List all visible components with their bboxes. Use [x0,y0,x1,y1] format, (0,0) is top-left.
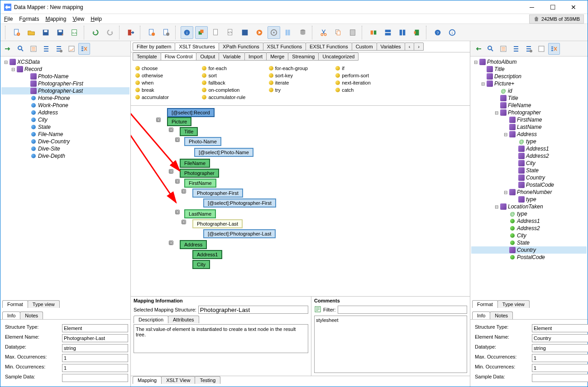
tb-save2-icon[interactable] [239,26,251,39]
tree-item[interactable]: @type [471,210,587,217]
tree-item[interactable]: Address2 [471,152,587,160]
tree-item[interactable]: ⊟PhoneNumber [471,189,587,196]
ri-elemname-value[interactable] [532,334,588,342]
tree-item[interactable]: LastName [471,123,587,131]
palette-item[interactable]: on-completion [202,86,265,94]
tb-exit-icon[interactable] [124,26,137,39]
palette-item[interactable]: sort-key [269,72,332,79]
node-city[interactable]: City [192,260,210,269]
palette-item[interactable]: perform-sort [335,72,398,79]
tree-item[interactable]: Dive-Site [1,145,129,152]
palette-item[interactable]: choose [135,65,198,72]
tree-item[interactable]: FirstName [471,116,587,123]
handle-photographer[interactable]: ⊟ [169,169,173,174]
tab-scroll-left[interactable]: ‹ [405,42,415,51]
tab-description[interactable]: Description [134,316,168,323]
tb-cols-icon[interactable] [282,26,295,39]
palette-item[interactable]: catch [335,86,398,94]
node-select-record[interactable]: [@select]:Record [167,108,215,117]
center-tab[interactable]: Custom [352,42,377,51]
node-address1[interactable]: Address1 [192,250,222,259]
tree-item[interactable]: Address1 [471,217,587,225]
tree-item[interactable]: Country [471,174,587,181]
node-firstname[interactable]: FirstName [184,179,216,188]
tree-item[interactable]: PostalCode [471,181,587,189]
sel-struct-value[interactable] [198,306,308,314]
handle-pl[interactable]: ⊟ [182,220,186,224]
li-sample-value[interactable] [62,374,128,382]
palette-item[interactable]: for-each [202,65,265,72]
tree-item[interactable]: Work-Phone [1,102,129,109]
palette-item[interactable]: sort [202,72,265,79]
left-tab-typeview[interactable]: Type view [28,300,60,308]
category-tab[interactable]: Variable [219,52,245,61]
left-tab-info[interactable]: Info [2,311,20,319]
li-structtype-value[interactable] [62,324,128,332]
minimize-button[interactable]: ─ [521,1,542,14]
rt-btn3-icon[interactable] [497,43,509,55]
center-tab[interactable]: EXSLT Functions [306,42,352,51]
tb-paste-icon[interactable] [346,26,359,39]
footer-tab[interactable]: Mapping [133,376,162,384]
node-filename[interactable]: FileName [180,159,210,168]
tree-item[interactable]: File-Name [1,131,129,138]
node-photographer[interactable]: Photographer [180,169,219,178]
palette-item[interactable]: break [135,86,198,94]
tree-item[interactable]: State [471,167,587,174]
tb-export-icon[interactable]: XLS [68,26,81,39]
tree-item[interactable]: Address2 [471,225,587,232]
maximize-button[interactable]: ☐ [542,1,563,14]
lt-btn5-icon[interactable] [53,43,65,55]
tree-item[interactable]: City [471,160,587,167]
node-photographer-last[interactable]: Photographer-Last [192,219,243,228]
palette-item[interactable]: iterate [269,79,332,86]
menu-mapping[interactable]: Mapping [45,16,66,22]
node-lastname[interactable]: LastName [184,209,216,218]
ri-structtype-value[interactable] [532,324,588,332]
tb-fn1-icon[interactable] [367,26,380,39]
node-select-photographer-first[interactable]: [@select]:Photographer-First [203,198,276,208]
tree-item[interactable]: City [1,116,129,123]
tree-item[interactable]: Dive-Depth [1,152,129,160]
ri-datatype-value[interactable] [532,344,588,352]
menu-formats[interactable]: Formats [19,16,39,22]
rt-btn5-icon[interactable] [523,43,535,55]
handle-address[interactable]: ⊟ [169,241,173,245]
tree-item[interactable]: Title [471,66,587,73]
palette-item[interactable]: fallback [202,79,265,86]
tb-code-icon[interactable]: </> [224,26,237,39]
handle-picture[interactable]: ⊟ [156,118,161,122]
tree-item[interactable]: @type [471,138,587,145]
tb-saveas-icon[interactable] [54,26,67,39]
tb-doc3-icon[interactable] [210,26,222,39]
tb-layers-icon[interactable] [195,26,208,39]
category-tab[interactable]: Merge [266,52,288,61]
tree-item[interactable]: type [471,196,587,203]
tb-fn3-icon[interactable] [396,26,409,39]
tree-item[interactable]: ⊟Picture+ [471,80,587,87]
lt-btn7-icon[interactable] [78,43,90,55]
footer-tab[interactable]: Testing [195,376,220,384]
center-tab[interactable]: XSLT Functions [263,42,306,51]
tree-item[interactable]: Photographer-First [1,80,129,87]
node-photographer-first[interactable]: Photographer-First [192,189,243,198]
palette-item[interactable]: for-each-group [269,65,332,72]
left-tab-format[interactable]: Format [2,300,28,308]
lt-btn4-icon[interactable] [40,43,52,55]
center-tab[interactable]: XSLT Structures [175,42,219,51]
rt-btn2-icon[interactable] [485,43,497,55]
tree-item[interactable]: ⊟Record [1,66,129,73]
lt-btn6-icon[interactable] [66,43,77,55]
rt-btn1-icon[interactable] [472,43,484,55]
tb-new-icon[interactable]: + [10,26,23,39]
tb-open-icon[interactable] [25,26,38,39]
tree-item[interactable]: Description [471,73,587,80]
tree-item[interactable]: City [471,232,587,239]
lt-btn2-icon[interactable] [15,43,27,55]
tree-item[interactable]: ⊟Photographer [471,109,587,116]
palette-item[interactable]: accumulator [135,94,198,101]
rt-btn4-icon[interactable] [510,43,522,55]
tb-doc1-icon[interactable] [145,26,158,39]
right-tab-notes[interactable]: Notes [490,311,513,319]
rt-btn7-icon[interactable] [548,43,560,55]
